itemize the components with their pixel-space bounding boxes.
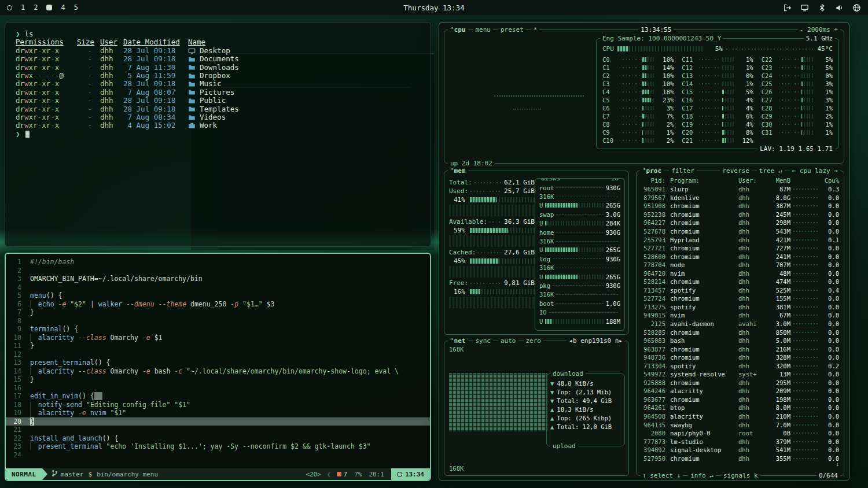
core-row: C311% bbox=[762, 128, 833, 136]
net-interface-selector[interactable]: ◂b enp191s0 n▸ bbox=[567, 337, 625, 345]
proc-box-title[interactable]: 'proc bbox=[640, 167, 664, 175]
code-line[interactable]: 12 bbox=[6, 350, 430, 359]
process-row[interactable]: 527678chromiumdhh543M0.0 bbox=[639, 227, 841, 236]
process-row[interactable]: 527950chromiumdhh355M0.0 bbox=[639, 454, 841, 463]
terminal-window-files[interactable]: ❯ls PermissionsSizeUserDate ModifiedName… bbox=[5, 22, 431, 247]
net-auto-toggle[interactable]: auto bbox=[498, 337, 518, 345]
net-zero-toggle[interactable]: zero bbox=[524, 337, 544, 345]
globe-icon[interactable] bbox=[852, 3, 861, 12]
code-line[interactable]: 24 bbox=[6, 451, 430, 460]
network-icon[interactable] bbox=[800, 3, 809, 12]
process-row[interactable]: 963877chromiumdhh216M0.0 bbox=[639, 345, 841, 353]
mem-box-title[interactable]: 'mem bbox=[448, 167, 468, 175]
process-row[interactable]: 963677chromiumdhh198M0.0 bbox=[639, 395, 841, 404]
reverse-button[interactable]: reverse bbox=[720, 167, 751, 175]
core-row: C141% bbox=[682, 80, 753, 88]
code-line[interactable]: 6▏ echo -e "$2" | walker --dmenu --theme… bbox=[6, 300, 430, 309]
git-branch[interactable]: master bbox=[52, 469, 84, 479]
net-box-title[interactable]: 'net bbox=[448, 337, 468, 345]
update-interval-control[interactable]: - 2000ms + bbox=[797, 25, 840, 34]
filter-button[interactable]: filter bbox=[669, 167, 697, 175]
process-row[interactable]: 394092signal-desktopdhh541M0.0 bbox=[639, 446, 841, 454]
preset-button[interactable]: preset bbox=[498, 25, 526, 34]
code-line[interactable]: 22install_and_launch() { bbox=[6, 434, 430, 443]
process-row[interactable]: 2080napi/phy0-0root0B0.0 bbox=[639, 429, 841, 438]
net-sync-toggle[interactable]: sync bbox=[473, 337, 494, 345]
process-row[interactable]: 879567kdenlivedhh8.0G0.0 bbox=[639, 194, 841, 202]
code-line[interactable]: 15} bbox=[6, 375, 430, 384]
file-row: drwxr-xr-x-dhh 7 Aug 11:30Downloads bbox=[16, 64, 420, 72]
code-line[interactable]: 8 bbox=[6, 317, 430, 326]
select-hint[interactable]: ↑ select ↓ bbox=[640, 471, 683, 480]
process-row[interactable]: 948736chromiumdhh328M0.0 bbox=[639, 353, 841, 362]
process-row[interactable]: 949015nvimdhh67M0.0 bbox=[639, 311, 841, 320]
code-line[interactable]: 2 bbox=[6, 267, 430, 275]
code-line[interactable]: 5menu() { bbox=[6, 291, 430, 300]
code-line[interactable]: 16 bbox=[6, 384, 430, 393]
header-mem[interactable]: MemB bbox=[766, 177, 790, 184]
btop-window[interactable]: 'cpu menu preset * 13:34:55 - 2000ms + E… bbox=[439, 22, 849, 481]
process-row[interactable]: 964135swaybgdhh7.0M0.0 bbox=[639, 420, 841, 429]
process-row[interactable]: 965091slurpdhh87M0.3 bbox=[639, 185, 841, 194]
clock-icon bbox=[397, 472, 402, 477]
process-row[interactable]: 2125avahi-daemonavahi3.0M0.0 bbox=[639, 320, 841, 328]
process-row[interactable]: 549972systemd-resolvesyst+13M0.0 bbox=[639, 370, 841, 379]
editor-window[interactable]: 1#!/bin/bash23OMARCHY_BIN_PATH=~/.local/… bbox=[5, 253, 431, 481]
process-row[interactable]: 713275spotifydhh381M0.0 bbox=[639, 303, 841, 312]
scroll-down-indicator[interactable]: ↓ bbox=[836, 461, 839, 467]
diagnostics-count[interactable]: 7 bbox=[337, 471, 348, 478]
menu-button[interactable]: menu bbox=[473, 25, 494, 34]
sort-column-nav[interactable]: ← cpu lazy → bbox=[790, 167, 840, 175]
bluetooth-icon[interactable] bbox=[818, 3, 826, 12]
code-line[interactable]: 13present_terminal() { bbox=[6, 358, 430, 367]
process-row[interactable]: 951908chromiumdhh387M0.0 bbox=[639, 202, 841, 210]
disks-tab[interactable]: disks bbox=[539, 178, 562, 183]
topbar-clock[interactable]: Thursday 13:34 bbox=[0, 3, 868, 12]
code-line[interactable]: 9terminal() { bbox=[6, 325, 430, 334]
code-line[interactable]: 7} bbox=[6, 308, 430, 317]
info-hint[interactable]: info ↵ bbox=[688, 471, 716, 480]
header-pid[interactable]: Pid: bbox=[641, 177, 670, 184]
disk-line: 316K bbox=[536, 192, 623, 201]
process-row[interactable]: 528214chromiumdhh474M0.0 bbox=[639, 278, 841, 286]
code-line[interactable]: 4 bbox=[6, 283, 430, 292]
code-line[interactable]: 3OMARCHY_BIN_PATH=~/.local/share/omarchy… bbox=[6, 275, 430, 283]
process-row[interactable]: 255793Hyprlanddhh421M0.1 bbox=[639, 235, 841, 244]
tree-button[interactable]: tree ↵ bbox=[757, 167, 785, 175]
logout-icon[interactable] bbox=[783, 3, 792, 12]
process-row[interactable]: 528600chromiumdhh241M0.0 bbox=[639, 252, 841, 261]
process-row[interactable]: 964508alacrittydhh210M0.0 bbox=[639, 412, 841, 421]
process-row[interactable]: 777873lm-studiodhh379M0.0 bbox=[639, 437, 841, 446]
process-row[interactable]: 964261btopdhh8.0M0.0 bbox=[639, 404, 841, 412]
process-row[interactable]: 713304spotifydhh320M0.2 bbox=[639, 361, 841, 370]
process-row[interactable]: 778704nodedhh707M0.0 bbox=[639, 261, 841, 269]
process-row[interactable]: 527724chromiumdhh155M0.0 bbox=[639, 294, 841, 303]
code-line[interactable]: 19▏ alacritty -e nvim "$1" bbox=[6, 409, 430, 417]
process-row[interactable]: 964227chromiumdhh298M0.0 bbox=[639, 219, 841, 227]
header-program[interactable]: Program: bbox=[670, 177, 738, 184]
code-line[interactable]: 1#!/bin/bash bbox=[6, 258, 430, 267]
process-row[interactable]: 964246alacrittydhh209M0.0 bbox=[639, 387, 841, 395]
code-line[interactable]: 17edit_in_nvim() { bbox=[6, 392, 430, 401]
process-row[interactable]: 925888chromiumdhh295M0.0 bbox=[639, 379, 841, 387]
process-row[interactable]: 952238chromiumdhh245M0.0 bbox=[639, 210, 841, 219]
header-user[interactable]: User: bbox=[738, 177, 766, 184]
code-line[interactable]: 11} bbox=[6, 342, 430, 350]
cpu-box-title[interactable]: 'cpu bbox=[448, 25, 468, 34]
code-line[interactable]: 21 bbox=[6, 426, 430, 434]
code-line[interactable]: 23▏ present_terminal "echo 'Installing $… bbox=[6, 442, 430, 451]
code-line[interactable]: 20} bbox=[6, 417, 430, 426]
process-row[interactable]: 527721chromiumdhh727M0.0 bbox=[639, 244, 841, 253]
process-row[interactable]: 713457spotifydhh525M0.4 bbox=[639, 286, 841, 295]
signals-hint[interactable]: signals k bbox=[721, 471, 760, 480]
header-cpu[interactable]: Cpu% bbox=[822, 177, 839, 184]
process-row[interactable]: 964720nvimdhh48M0.0 bbox=[639, 269, 841, 278]
code-line[interactable]: 10▏ alacritty --class Omarchy -e $1 bbox=[6, 334, 430, 342]
code-line[interactable]: 14▏ alacritty --class Omarchy -e bash -c… bbox=[6, 367, 430, 376]
io-tab[interactable]: io bbox=[609, 178, 621, 183]
new-prompt-line[interactable]: ❯ bbox=[16, 130, 420, 138]
process-row[interactable]: 965083bashdhh5.0M0.0 bbox=[639, 337, 841, 345]
process-row[interactable]: 528285chromiumdhh850M0.0 bbox=[639, 328, 841, 337]
code-line[interactable]: 18▏ notify-send "Editing config file" "$… bbox=[6, 401, 430, 409]
volume-icon[interactable] bbox=[835, 3, 844, 12]
